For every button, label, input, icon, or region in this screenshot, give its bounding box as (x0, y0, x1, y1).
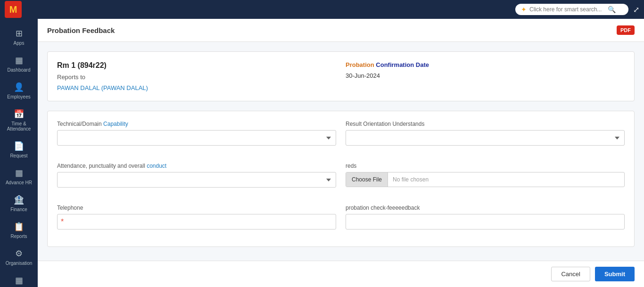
employees-icon: 👤 (14, 82, 24, 92)
sidebar-item-label: Dashboard (8, 67, 31, 73)
reports-icon: 📋 (14, 221, 24, 232)
telephone-input[interactable] (57, 214, 336, 230)
field2-label: Result Orientation Understands (346, 121, 625, 127)
field5-label: Telephone (57, 205, 336, 211)
sidebar-item-apps[interactable]: ⊞ Apps (0, 24, 38, 50)
form-footer: Cancel Submit (38, 261, 644, 287)
finance-icon: 🏦 (14, 195, 24, 205)
technical-domain-select[interactable] (57, 130, 336, 146)
sidebar-item-engage[interactable]: ▦ Engage (0, 271, 38, 287)
field-probation-feedback: probation check-feeeeedback (346, 205, 625, 230)
sidebar-item-request[interactable]: 📄 Request (0, 136, 38, 163)
search-button[interactable]: 🔍 (608, 6, 616, 13)
field1-label-text-part1: Technical/Domain (57, 121, 103, 127)
reports-to-value: PAWAN DALAL (PAWAN DALAL) (57, 84, 336, 91)
sidebar-item-advance-hr[interactable]: ▦ Advance HR (0, 163, 38, 190)
time-attendance-icon: 📅 (14, 109, 24, 119)
page-title: Probation Feedback (47, 26, 115, 34)
conf-text: Confirmation Date (376, 61, 429, 68)
field-result-orientation: Result Orientation Understands (346, 121, 625, 146)
field1-label: Technical/Domain Capability (57, 121, 336, 127)
advance-hr-icon: ▦ (15, 168, 23, 178)
field6-label: probation check-feeeeedback (346, 205, 625, 211)
field-reds: reds Choose File No file chosen (346, 163, 625, 188)
submit-button[interactable]: Submit (595, 267, 635, 281)
dashboard-icon: ▦ (15, 55, 23, 66)
topbar-right: ✦ 🔍 ⤢ (515, 4, 639, 15)
sidebar-item-label: Advance HR (6, 180, 32, 185)
cancel-button[interactable]: Cancel (551, 267, 590, 281)
sidebar-item-reports[interactable]: 📋 Reports (0, 217, 38, 244)
sidebar-item-label: Request (10, 153, 27, 158)
topbar: M ✦ 🔍 ⤢ (0, 0, 644, 19)
field4-label: reds (346, 163, 625, 169)
sidebar-item-label: Finance (10, 207, 27, 212)
sidebar-item-label: Time & Attendance (2, 121, 35, 131)
field-telephone: Telephone * (57, 205, 336, 230)
form-grid: Technical/Domain Capability Result Orien… (57, 121, 625, 237)
sidebar-item-finance[interactable]: 🏦 Finance (0, 190, 38, 217)
search-input[interactable] (529, 6, 605, 13)
employee-info-block: Rm 1 (894r22) Reports to PAWAN DALAL (PA… (57, 61, 336, 91)
search-star-icon: ✦ (521, 6, 527, 13)
field3-label-text: Attendance, punctuality and overall (57, 163, 147, 169)
field1-label-highlight: Capability (103, 121, 128, 127)
engage-icon: ▦ (15, 275, 23, 286)
form-card: Technical/Domain Capability Result Orien… (47, 111, 635, 247)
content-area: Rm 1 (894r22) Reports to PAWAN DALAL (PA… (38, 42, 644, 287)
file-placeholder: No file chosen (388, 172, 624, 187)
page-header: Probation Feedback PDF (38, 19, 644, 42)
sidebar-item-label: Reports (10, 234, 27, 239)
result-orientation-select[interactable] (346, 130, 625, 146)
prob-text: Probation (346, 61, 374, 68)
choose-file-button[interactable]: Choose File (346, 172, 388, 187)
field3-label-highlight: conduct (147, 163, 166, 169)
employee-name: Rm 1 (894r22) (57, 61, 336, 70)
probation-info-block: Probation Confirmation Date 30-Jun-2024 (346, 61, 625, 91)
attendance-select[interactable] (57, 172, 336, 188)
sidebar-item-dashboard[interactable]: ▦ Dashboard (0, 50, 38, 77)
reports-to-label: Reports to (57, 74, 336, 81)
request-icon: 📄 (14, 141, 24, 151)
field-technical-domain: Technical/Domain Capability (57, 121, 336, 146)
probation-feedback-input[interactable] (346, 214, 625, 230)
sidebar-item-label: Organisation (6, 261, 33, 266)
sidebar-item-employees[interactable]: 👤 Employees (0, 77, 38, 104)
app-logo: M (5, 1, 22, 18)
sidebar-item-time-attendance[interactable]: 📅 Time & Attendance (0, 104, 38, 136)
field3-label: Attendance, punctuality and overall cond… (57, 163, 336, 169)
main-content: Probation Feedback PDF Rm 1 (894r22) Rep… (38, 19, 644, 287)
sidebar-item-label: Employees (7, 94, 30, 99)
sidebar: ⊞ Apps ▦ Dashboard 👤 Employees 📅 Time & … (0, 19, 38, 287)
apps-icon: ⊞ (16, 28, 23, 39)
field-attendance: Attendance, punctuality and overall cond… (57, 163, 336, 188)
sidebar-item-label: Apps (14, 41, 25, 46)
expand-icon[interactable]: ⤢ (633, 5, 639, 14)
info-card: Rm 1 (894r22) Reports to PAWAN DALAL (PA… (47, 51, 635, 101)
smart-search-bar[interactable]: ✦ 🔍 (515, 4, 628, 15)
pdf-button[interactable]: PDF (617, 25, 635, 35)
organisation-icon: ⚙ (15, 248, 23, 259)
confirm-date: 30-Jun-2024 (346, 72, 625, 79)
sidebar-item-organisation[interactable]: ⚙ Organisation (0, 244, 38, 271)
probation-confirm-label: Probation Confirmation Date (346, 61, 625, 68)
file-input-wrapper: Choose File No file chosen (346, 172, 625, 187)
